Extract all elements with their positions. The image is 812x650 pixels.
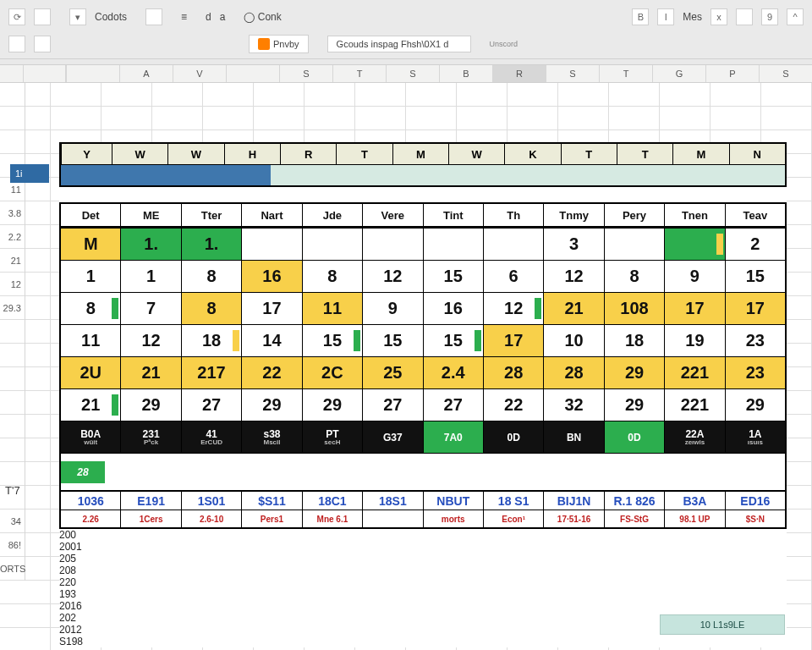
dark-cell[interactable]: 41ErCUD (181, 421, 241, 453)
row-header[interactable]: 3.8 (0, 201, 25, 225)
row-header[interactable] (0, 344, 25, 367)
blue-id-cell[interactable]: 1036 (61, 492, 120, 510)
row-header[interactable] (0, 320, 25, 344)
cell[interactable]: 27 (362, 389, 422, 421)
row-header[interactable] (0, 462, 25, 486)
dark-cell[interactable]: BN (543, 421, 603, 453)
cell[interactable] (362, 229, 422, 260)
blue-id-cell[interactable]: 18C1 (302, 492, 362, 510)
cell[interactable]: 23 (725, 325, 785, 356)
column-header[interactable]: A (119, 65, 173, 82)
italic-button[interactable]: I (657, 8, 674, 25)
indent-right-button[interactable] (34, 36, 51, 52)
cell[interactable]: 29 (725, 389, 785, 421)
cell[interactable]: 29 (604, 389, 664, 421)
dropdown-icon[interactable]: ▾ (69, 8, 86, 25)
cell[interactable]: 3 (543, 229, 603, 260)
row-header[interactable]: 34 (0, 510, 25, 533)
cell[interactable]: 28 (543, 357, 603, 388)
cell[interactable]: 29 (604, 357, 664, 388)
dark-cell[interactable]: G37 (362, 421, 422, 453)
format-box-1[interactable] (34, 8, 51, 25)
dark-cell[interactable]: s38Mscil (241, 421, 301, 453)
cell[interactable]: 1 (61, 261, 120, 292)
row-header[interactable]: 12 (0, 273, 25, 296)
cell[interactable]: M (61, 229, 120, 260)
cell[interactable]: 12 (483, 293, 543, 324)
num9-button[interactable]: 9 (761, 8, 778, 25)
column-header[interactable]: T (599, 65, 652, 82)
cell[interactable]: 11 (61, 325, 120, 356)
cell[interactable]: 19 (664, 325, 724, 356)
cell[interactable]: 18 (604, 325, 664, 356)
red-id-cell[interactable]: morts (423, 510, 483, 527)
row-header[interactable] (0, 367, 25, 391)
cell[interactable]: 32 (543, 389, 603, 421)
cell[interactable]: 22 (241, 357, 301, 388)
align-icon[interactable]: ≡ (181, 11, 187, 23)
row-header[interactable] (0, 438, 25, 462)
privacy-pill[interactable]: Pnvby (249, 35, 309, 53)
dark-cell[interactable]: B0Awüit (61, 421, 120, 453)
blue-id-cell[interactable]: R.1 826 (604, 492, 664, 510)
red-id-cell[interactable]: 98.1 UP (664, 510, 724, 527)
empty-box-button[interactable] (736, 8, 753, 25)
cell[interactable] (664, 229, 724, 260)
blue-id-cell[interactable]: E191 (120, 492, 180, 510)
row-header[interactable]: ORTS (0, 557, 25, 581)
column-header[interactable]: S (759, 65, 812, 82)
cell[interactable]: 2 (725, 229, 785, 260)
red-id-cell[interactable]: Pers1 (241, 510, 301, 527)
cell[interactable]: 16 (423, 293, 483, 324)
dark-cell[interactable]: 231Pªck (120, 421, 180, 453)
cell[interactable]: 1. (181, 229, 241, 260)
red-id-cell[interactable]: Mne 6.1 (302, 510, 362, 527)
cell[interactable]: 21 (543, 293, 603, 324)
row-header[interactable] (0, 130, 25, 154)
red-id-cell[interactable]: FS-StG (604, 510, 664, 527)
select-all-corner[interactable] (0, 65, 24, 82)
dark-cell[interactable]: 22Azeıwis (664, 421, 724, 453)
small-d-label[interactable]: d (206, 11, 211, 23)
column-header[interactable]: S (386, 65, 439, 82)
mes-label[interactable]: Mes (683, 11, 702, 23)
cell[interactable]: 9 (362, 293, 422, 324)
cell[interactable]: 17 (241, 293, 301, 324)
cell[interactable]: 10 (543, 325, 603, 356)
cell[interactable]: 15 (362, 325, 422, 356)
cell[interactable]: 21 (120, 357, 180, 388)
blue-id-cell[interactable]: NBUT (423, 492, 483, 510)
cell[interactable]: 28 (483, 357, 543, 388)
column-header[interactable]: P (705, 65, 759, 82)
row-header[interactable]: 86! (0, 533, 25, 557)
codots-label[interactable]: Codots (95, 11, 127, 23)
cell[interactable]: 17 (664, 293, 724, 324)
dark-cell[interactable]: 1Aısuıs (725, 421, 785, 453)
column-header[interactable]: S (546, 65, 599, 82)
red-id-cell[interactable]: 17·51-16 (543, 510, 603, 527)
cell[interactable]: 2C (302, 357, 362, 388)
cell[interactable]: 29 (120, 389, 180, 421)
cell[interactable]: 217 (181, 357, 241, 388)
cell[interactable]: 14 (241, 325, 301, 356)
cell[interactable]: 9 (664, 261, 724, 292)
cell[interactable]: 17 (483, 325, 543, 356)
red-id-cell[interactable] (362, 510, 422, 527)
column-header[interactable] (226, 65, 279, 82)
small-a-label[interactable]: a (220, 11, 226, 23)
caret-button[interactable]: ^ (787, 8, 804, 25)
conk-label[interactable]: ◯ Conk (244, 11, 281, 23)
blue-id-cell[interactable]: 1S01 (181, 492, 241, 510)
blue-id-cell[interactable]: ED16 (725, 492, 785, 510)
cell[interactable]: 27 (181, 389, 241, 421)
cell[interactable]: 8 (181, 293, 241, 324)
cell[interactable]: 2.4 (423, 357, 483, 388)
indent-left-button[interactable] (8, 36, 25, 52)
cell[interactable] (241, 229, 301, 260)
cell[interactable]: 15 (423, 325, 483, 356)
cell[interactable]: 2U (61, 357, 120, 388)
cell[interactable]: 8 (181, 261, 241, 292)
cell[interactable]: 108 (604, 293, 664, 324)
redo-button[interactable]: ⟳ (8, 8, 25, 25)
cell[interactable] (302, 229, 362, 260)
